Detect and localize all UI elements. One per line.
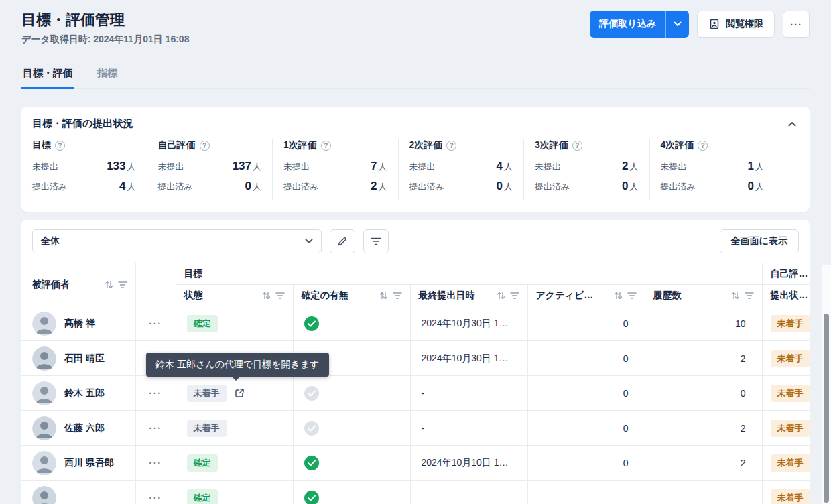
status-label: 提出済み (535, 181, 570, 193)
sort-icon[interactable] (731, 292, 740, 300)
status-group-fourth: 4次評価 ? 未提出1人 提出済み0人 (649, 139, 775, 200)
row-menu-button[interactable]: ··· (145, 488, 166, 504)
chevron-down-icon (305, 239, 313, 244)
column-header-confirmed: 確定の有無 (293, 285, 410, 306)
status-card-title: 目標・評価の提出状況 (32, 117, 133, 130)
avatar (32, 381, 56, 405)
history-count (645, 481, 762, 504)
sort-icon[interactable] (105, 281, 113, 289)
status-group-goal: 目標 ? 未提出133人 提出済み4人 (32, 139, 147, 200)
help-icon[interactable]: ? (55, 141, 65, 151)
self-status-badge: 未着手 (771, 454, 810, 472)
status-value: 2 (371, 180, 377, 192)
status-group-label: 2次評価 (409, 139, 443, 151)
self-status-badge: 未着手 (771, 489, 810, 504)
self-status-badge: 未着手 (771, 315, 810, 332)
pencil-icon (337, 236, 348, 247)
sort-icon[interactable] (379, 292, 388, 300)
row-menu-button[interactable]: ··· (145, 383, 166, 403)
chevron-down-icon[interactable] (666, 21, 689, 27)
tab-indicators[interactable]: 指標 (96, 60, 119, 89)
row-menu-button[interactable]: ··· (145, 453, 166, 472)
evaluatee-column-header: 被評価者 (21, 263, 135, 306)
help-icon[interactable]: ? (698, 141, 708, 151)
status-group-label: 4次評価 (661, 139, 694, 151)
history-count: 2 (645, 411, 762, 446)
person-name: 西川 県吾郎 (64, 457, 114, 469)
status-group-divider (775, 139, 799, 200)
collapse-card-button[interactable] (785, 119, 799, 129)
confirmed-check-icon (304, 456, 319, 470)
table-row: 西川 県吾郎 ··· 確定 2024年10月10日 1… 0 2 未着手 (21, 446, 810, 481)
person-name: 佐藤 六郎 (64, 422, 105, 434)
tab-bar: 目標・評価 指標 (21, 60, 810, 89)
edit-view-button[interactable] (330, 229, 355, 253)
import-evaluations-label: 評価取り込み (590, 18, 665, 30)
history-count: 10 (645, 306, 762, 341)
filter-button[interactable] (363, 229, 389, 253)
avatar (32, 451, 56, 475)
row-menu-button[interactable]: ··· (145, 418, 166, 438)
status-value: 2 (622, 160, 628, 172)
view-permission-button[interactable]: 閲覧権限 (697, 11, 775, 38)
history-count: 2 (645, 341, 762, 376)
sort-icon[interactable] (262, 292, 271, 300)
id-badge-icon (708, 18, 720, 30)
scope-select[interactable]: 全体 (32, 229, 322, 253)
sort-icon[interactable] (614, 292, 623, 300)
funnel-icon[interactable] (627, 292, 637, 300)
scope-select-value: 全体 (41, 235, 60, 247)
activity-count: 0 (527, 411, 645, 446)
status-value: 4 (497, 160, 503, 172)
status-value: 137 (233, 160, 251, 172)
last-submitted: 2024年10月10日 1… (410, 446, 527, 481)
status-group-second: 2次評価 ? 未提出4人 提出済み0人 (398, 139, 524, 200)
person-name: 髙橋 祥 (64, 318, 95, 330)
view-permission-label: 閲覧権限 (726, 18, 763, 30)
column-header-activity: アクティビ… (527, 285, 645, 306)
proxy-tooltip: 鈴木 五郎さんの代理で目標を開きます (146, 353, 329, 377)
status-group-label: 1次評価 (283, 139, 317, 151)
evaluation-table-card: 全体 全画面に表示 (21, 220, 810, 504)
history-count: 0 (645, 376, 762, 411)
more-options-button[interactable]: ··· (783, 11, 810, 38)
open-as-proxy-button[interactable] (233, 387, 246, 399)
confirmed-check-icon (304, 491, 319, 504)
table-row: 石田 晴臣 2024年10月30日 1… 0 2 未着手 (21, 341, 810, 376)
status-value: 0 (245, 180, 251, 192)
status-label: 提出済み (283, 181, 318, 193)
status-group-label: 自己評価 (158, 139, 196, 151)
status-group-label: 3次評価 (535, 139, 568, 151)
last-submitted: 2024年10月30日 1… (410, 306, 527, 341)
funnel-icon[interactable] (393, 292, 402, 300)
help-icon[interactable]: ? (321, 141, 331, 151)
status-value: 7 (371, 160, 377, 172)
funnel-icon[interactable] (275, 292, 285, 300)
status-label: 未提出 (535, 161, 561, 173)
column-header-last-submitted: 最終提出日時 (410, 285, 527, 306)
import-evaluations-button[interactable]: 評価取り込み (590, 11, 689, 38)
evaluation-table: 被評価者 目標 自己評… 状 (21, 263, 810, 504)
row-menu-button[interactable]: ··· (145, 314, 166, 333)
funnel-icon[interactable] (510, 292, 519, 300)
self-status-badge: 未着手 (771, 420, 810, 437)
sort-icon[interactable] (497, 292, 505, 300)
status-label: 提出済み (409, 181, 444, 193)
group-header-goal: 目標 (176, 263, 762, 285)
funnel-icon[interactable] (745, 292, 754, 300)
column-header-history-count: 履歴数 (645, 285, 762, 306)
help-icon[interactable]: ? (446, 141, 456, 151)
tab-goals-evaluation[interactable]: 目標・評価 (21, 60, 74, 89)
status-value: 4 (119, 180, 125, 192)
status-badge: 未着手 (187, 385, 227, 402)
person-name: 鈴木 五郎 (64, 387, 105, 399)
help-icon[interactable]: ? (200, 141, 210, 151)
fullscreen-button[interactable]: 全画面に表示 (720, 229, 799, 253)
group-header-self-evaluation: 自己評… (762, 263, 810, 285)
table-row: ··· 確定 未着手 (21, 481, 810, 504)
status-value: 133 (107, 160, 125, 172)
avatar (32, 312, 56, 336)
help-icon[interactable]: ? (572, 141, 582, 151)
funnel-icon[interactable] (118, 281, 127, 289)
vertical-scrollbar[interactable] (824, 314, 829, 503)
